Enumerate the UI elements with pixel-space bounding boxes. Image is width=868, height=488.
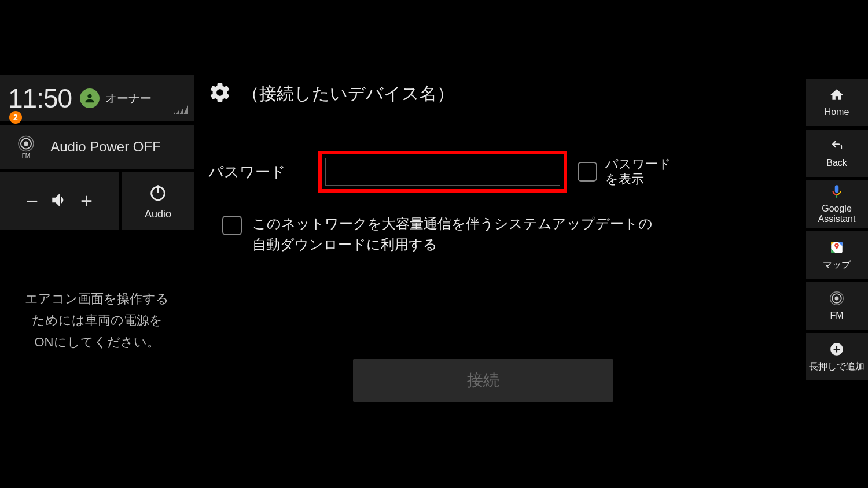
show-password-checkbox[interactable] [578,162,597,182]
power-icon [148,183,168,205]
user-name: オーナー [105,91,152,106]
ac-message-line: ONにしてください。 [16,331,178,353]
audio-status[interactable]: FM Audio Power OFF [0,125,194,169]
volume-box: − + [0,172,119,230]
radio-icon: FM [17,135,35,159]
svg-rect-5 [835,186,839,193]
user-profile[interactable]: オーナー [80,88,152,108]
volume-down-button[interactable]: − [15,189,50,213]
left-panel: 11:50 2 オーナー FM Audio Power OFF − [0,75,194,353]
password-row: パスワード パスワード を表示 [208,151,758,193]
nav-maps-label: マップ [823,260,851,270]
password-input[interactable] [325,158,560,186]
audio-power-button[interactable]: Audio [122,172,194,230]
nav-maps[interactable]: マップ [806,231,868,279]
svg-point-8 [836,245,838,246]
maps-icon [829,240,844,257]
plus-circle-icon [829,342,844,359]
speaker-icon [50,190,69,212]
fm-sublabel: FM [17,153,35,159]
home-icon [829,87,844,105]
nav-assistant-label: Google Assistant [818,204,856,224]
nav-back-label: Back [826,158,847,168]
audio-power-label: Audio Power OFF [50,139,161,155]
user-avatar-icon [80,88,100,108]
nav-add-label: 長押しで追加 [809,361,865,372]
right-nav: Home Back Google Assistant [806,79,868,380]
page-title: （接続したいデバイス名） [242,82,454,106]
auto-download-group[interactable]: このネットワークを大容量通信を伴うシステムアップデートの 自動ダウンロードに利用… [222,213,758,255]
password-input-highlight [318,151,567,193]
ac-message-line: ためには車両の電源を [16,309,178,331]
nav-add[interactable]: 長押しで追加 [806,333,868,380]
auto-download-label: このネットワークを大容量通信を伴うシステムアップデートの 自動ダウンロードに利用… [252,213,653,255]
show-password-group[interactable]: パスワード を表示 [578,157,671,187]
ac-message: エアコン画面を操作する ためには車両の電源を ONにしてください。 [0,288,194,353]
svg-point-9 [835,297,839,301]
show-password-label: パスワード を表示 [605,157,671,187]
volume-up-button[interactable]: + [69,189,104,213]
auto-download-checkbox[interactable] [222,216,242,235]
signal-icon [173,105,188,117]
nav-back[interactable]: Back [806,130,868,177]
nav-fm-label: FM [830,310,843,321]
clock: 11:50 [8,83,72,114]
svg-point-0 [24,142,28,146]
notification-badge[interactable]: 2 [9,111,22,124]
svg-rect-6 [836,195,837,198]
audio-power-button-label: Audio [145,208,171,220]
main-content: （接続したいデバイス名） パスワード パスワード を表示 このネットワークを大容… [208,81,758,402]
nav-home-label: Home [825,107,849,117]
password-label: パスワード [208,162,318,182]
screen: 11:50 2 オーナー FM Audio Power OFF − [0,0,868,488]
back-icon [829,138,844,156]
nav-google-assistant[interactable]: Google Assistant [806,180,868,228]
nav-home[interactable]: Home [806,79,868,126]
google-assistant-mic-icon [829,184,844,201]
settings-header: （接続したいデバイス名） [208,81,758,116]
ac-message-line: エアコン画面を操作する [16,288,178,309]
volume-controls-row: − + Audio [0,172,194,230]
connect-button[interactable]: 接続 [353,359,613,402]
fm-radio-icon [829,291,844,308]
status-bar: 11:50 2 オーナー [0,75,194,121]
nav-fm[interactable]: FM [806,282,868,330]
gear-icon [208,81,231,106]
